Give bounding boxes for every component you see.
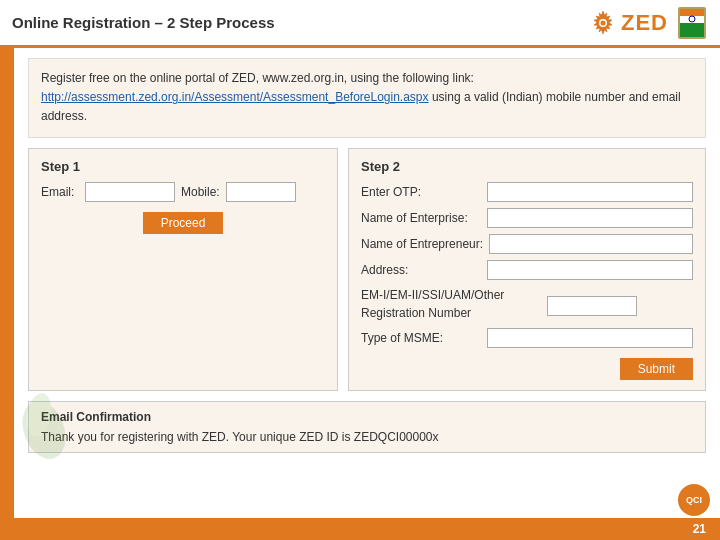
gov-logo-inner [678, 7, 706, 39]
email-confirmation-box: Email Confirmation Thank you for registe… [28, 401, 706, 453]
msme-label: Type of MSME: [361, 331, 481, 345]
step1-box: Step 1 Email: Mobile: Proceed [28, 148, 338, 391]
enterprise-input[interactable] [487, 208, 693, 228]
gear-icon [589, 9, 617, 37]
em-label: EM-I/EM-II/SSI/UAM/Other Registration Nu… [361, 286, 541, 322]
footer-strip: 21 [0, 518, 720, 540]
step2-form: Enter OTP: Name of Enterprise: Name of E… [361, 182, 693, 380]
submit-button[interactable]: Submit [620, 358, 693, 380]
header-logos: ZED [589, 5, 708, 41]
intro-box: Register free on the online portal of ZE… [28, 58, 706, 138]
entrepreneur-label: Name of Entrepreneur: [361, 237, 483, 251]
otp-input[interactable] [487, 182, 693, 202]
email-label: Email: [41, 185, 79, 199]
em-input[interactable] [547, 296, 637, 316]
main-content: Register free on the online portal of ZE… [14, 48, 720, 540]
address-label: Address: [361, 263, 481, 277]
page-number: 21 [693, 522, 706, 536]
intro-link[interactable]: http://assessment.zed.org.in/Assessment/… [41, 90, 429, 104]
page-title: Online Registration – 2 Step Process [12, 14, 275, 31]
proceed-button[interactable]: Proceed [143, 212, 224, 234]
intro-text1: Register free on the online portal of ZE… [41, 71, 474, 85]
step1-email-row: Email: Mobile: [41, 182, 325, 202]
step2-address-row: Address: [361, 260, 693, 280]
mobile-input[interactable] [226, 182, 296, 202]
step2-title: Step 2 [361, 159, 693, 174]
qci-label: QCI [686, 495, 702, 505]
email-confirmation-title: Email Confirmation [41, 410, 693, 424]
step2-otp-row: Enter OTP: [361, 182, 693, 202]
step2-box: Step 2 Enter OTP: Name of Enterprise: Na… [348, 148, 706, 391]
steps-row: Step 1 Email: Mobile: Proceed Step 2 Ent… [28, 148, 706, 391]
svg-rect-3 [680, 23, 704, 37]
step2-enterprise-row: Name of Enterprise: [361, 208, 693, 228]
left-decoration [0, 48, 14, 540]
step2-msme-row: Type of MSME: [361, 328, 693, 348]
entrepreneur-input[interactable] [489, 234, 693, 254]
step2-em-row: EM-I/EM-II/SSI/UAM/Other Registration Nu… [361, 286, 693, 322]
gov-logo [676, 5, 708, 41]
email-confirmation-text: Thank you for registering with ZED. Your… [41, 430, 693, 444]
step1-form: Email: Mobile: Proceed [41, 182, 325, 234]
svg-point-2 [601, 20, 606, 25]
header: Online Registration – 2 Step Process ZED [0, 0, 720, 48]
email-input[interactable] [85, 182, 175, 202]
step1-title: Step 1 [41, 159, 325, 174]
svg-rect-5 [680, 9, 704, 16]
qci-logo: QCI [676, 482, 712, 518]
otp-label: Enter OTP: [361, 185, 481, 199]
address-input[interactable] [487, 260, 693, 280]
mobile-label: Mobile: [181, 185, 220, 199]
zed-logo: ZED [589, 9, 668, 37]
msme-input[interactable] [487, 328, 693, 348]
step2-entrepreneur-row: Name of Entrepreneur: [361, 234, 693, 254]
zed-text: ZED [621, 10, 668, 36]
enterprise-label: Name of Enterprise: [361, 211, 481, 225]
